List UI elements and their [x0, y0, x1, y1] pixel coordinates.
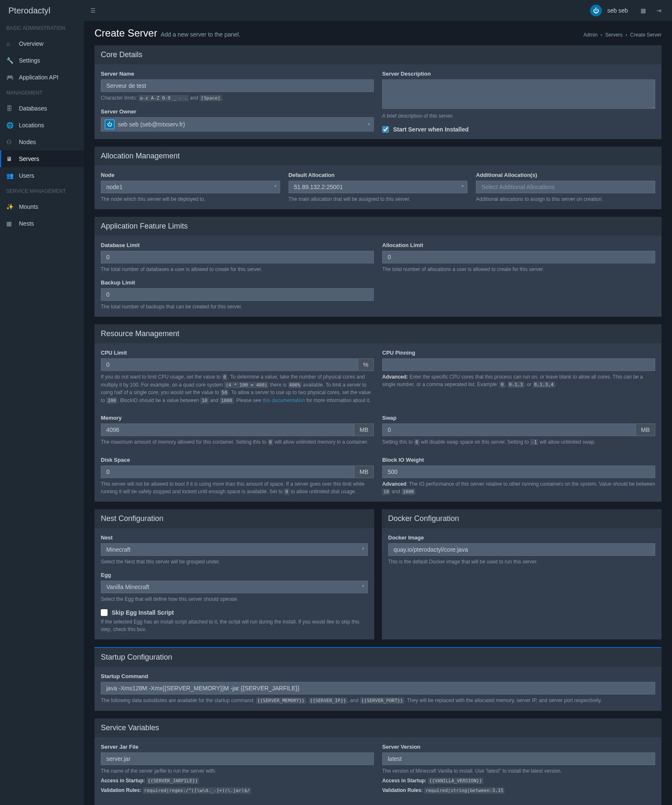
- server-name-input[interactable]: [101, 79, 374, 92]
- sidebar-label: Application API: [19, 74, 58, 81]
- node-help: The node which this server will be deplo…: [101, 195, 280, 203]
- db-limit-input[interactable]: [101, 251, 374, 263]
- feature-limits-box: Application Feature Limits Database Limi…: [94, 217, 662, 317]
- sidebar-item-nodes[interactable]: ⚇Nodes: [0, 134, 84, 150]
- resource-header: Resource Management: [94, 324, 662, 343]
- startup-header: Startup Configuration: [94, 648, 662, 667]
- sidebar-item-mounts[interactable]: ✨Mounts: [0, 198, 84, 215]
- start-when-installed-label: Start Server when Installed: [393, 126, 469, 133]
- breadcrumb-current: Create Server: [630, 32, 662, 38]
- disk-input[interactable]: [101, 466, 354, 478]
- egg-select[interactable]: Vanilla Minecraft: [101, 581, 368, 593]
- sidebar-label: Locations: [19, 122, 44, 129]
- alloc-limit-input[interactable]: [382, 251, 655, 263]
- sidebar-label: Databases: [19, 105, 47, 112]
- owner-display: seb seb (seb@mtxserv.fr): [118, 121, 185, 128]
- resource-box: Resource Management CPU Limit % If you d…: [94, 324, 662, 502]
- sidebar-item-nests[interactable]: ▦Nests: [0, 215, 84, 232]
- ver-help: The version of Minecraft Vanilla to inst…: [382, 767, 655, 775]
- swap-label: Swap: [382, 415, 655, 421]
- docker-header: Docker Configuration: [382, 509, 662, 528]
- nest-select[interactable]: Minecraft: [101, 543, 368, 556]
- cpu-pin-help: Advanced: Enter the specific CPU cores t…: [382, 373, 655, 389]
- server-desc-input[interactable]: [382, 79, 655, 109]
- service-vars-box: Service Variables Server Jar File The na…: [94, 718, 662, 805]
- server-desc-label: Server Description: [382, 71, 655, 77]
- cpu-pin-input[interactable]: [382, 358, 655, 371]
- default-alloc-select[interactable]: 51.89.132.2:25001: [289, 181, 468, 193]
- allocation-header: Allocation Management: [94, 147, 662, 166]
- backup-limit-help: The total number of backups that can be …: [101, 303, 374, 310]
- disk-unit: MB: [354, 466, 374, 478]
- memory-input[interactable]: [101, 424, 354, 436]
- nest-header: Nest Configuration: [94, 509, 374, 528]
- core-details-box: Core Details Server Name Character limit…: [94, 45, 662, 139]
- jar-input[interactable]: [101, 752, 374, 765]
- grid-icon[interactable]: ▦: [636, 7, 650, 14]
- memory-label: Memory: [101, 415, 374, 421]
- sidebar-item-databases[interactable]: 🗄Databases: [0, 100, 84, 117]
- jar-label: Server Jar File: [101, 744, 374, 750]
- sidebar-label: Mounts: [19, 203, 38, 210]
- start-when-installed-checkbox[interactable]: [382, 126, 389, 133]
- skip-install-help: If the selected Egg has an install scrip…: [101, 618, 368, 633]
- startup-cmd-label: Startup Command: [101, 673, 655, 679]
- allocation-box: Allocation Management Node node1 The nod…: [94, 147, 662, 209]
- disk-help: This server will not be allowed to boot …: [101, 480, 374, 496]
- swap-input[interactable]: [382, 424, 636, 436]
- sidebar-item-settings[interactable]: 🔧Settings: [0, 52, 84, 69]
- cpu-limit-label: CPU Limit: [101, 350, 374, 356]
- ver-input[interactable]: [382, 752, 655, 765]
- jar-rules: Validation Rules: required|regex:/^([\w\…: [101, 787, 374, 794]
- sidebar-item-api[interactable]: 🎮Application API: [0, 69, 84, 86]
- cpu-limit-input[interactable]: [101, 358, 358, 371]
- swap-unit: MB: [636, 424, 655, 436]
- startup-cmd-help: The following data substitutes are avail…: [101, 697, 655, 705]
- users-icon: 👥: [6, 172, 15, 179]
- node-select[interactable]: node1: [101, 181, 280, 193]
- sidebar-item-locations[interactable]: 🌐Locations: [0, 117, 84, 134]
- cpu-unit: %: [358, 358, 374, 371]
- docker-image-input[interactable]: [388, 543, 655, 556]
- sidebar: BASIC ADMINISTRATION ⌂Overview 🔧Settings…: [0, 21, 84, 805]
- database-icon: 🗄: [6, 105, 15, 112]
- additional-alloc-select[interactable]: [476, 181, 655, 193]
- server-icon: 🖥: [6, 155, 15, 162]
- owner-avatar-icon: ⏻: [105, 119, 115, 129]
- sidebar-toggle[interactable]: ☰: [84, 7, 102, 14]
- logout-icon[interactable]: ⇥: [652, 7, 666, 14]
- db-limit-label: Database Limit: [101, 242, 374, 248]
- sidebar-item-overview[interactable]: ⌂Overview: [0, 35, 84, 52]
- app-logo[interactable]: Pterodactyl: [6, 6, 84, 16]
- memory-unit: MB: [354, 424, 374, 436]
- globe-icon: 🌐: [6, 122, 15, 129]
- startup-cmd-input[interactable]: [101, 682, 655, 695]
- additional-alloc-label: Additional Allocation(s): [476, 172, 655, 178]
- blockio-input[interactable]: [382, 466, 655, 478]
- breadcrumb-servers[interactable]: Servers: [605, 32, 622, 38]
- blockio-help: Advanced: The IO performance of this ser…: [382, 480, 655, 496]
- breadcrumb-admin[interactable]: Admin: [583, 32, 598, 38]
- skip-install-checkbox[interactable]: [101, 609, 108, 616]
- server-name-label: Server Name: [101, 71, 374, 77]
- user-avatar-icon[interactable]: ⏻: [590, 5, 602, 16]
- ver-rules: Validation Rules: required|string|betwee…: [382, 787, 655, 794]
- swap-help: Setting this to 0 will disable swap spac…: [382, 438, 655, 446]
- sitemap-icon: ⚇: [6, 139, 15, 145]
- server-owner-select[interactable]: ⏻ seb seb (seb@mtxserv.fr): [101, 117, 374, 132]
- skip-install-label: Skip Egg Install Script: [112, 609, 174, 616]
- memory-help: The maximum amount of memory allowed for…: [101, 438, 374, 446]
- backup-limit-label: Backup Limit: [101, 279, 374, 286]
- sidebar-section-service: SERVICE MANAGEMENT: [0, 184, 84, 198]
- sidebar-item-servers[interactable]: 🖥Servers: [0, 150, 84, 167]
- server-owner-label: Server Owner: [101, 108, 374, 115]
- sidebar-item-users[interactable]: 👥Users: [0, 167, 84, 184]
- cpu-pin-label: CPU Pinning: [382, 350, 655, 356]
- disk-label: Disk Space: [101, 457, 374, 463]
- cpu-doc-link[interactable]: this documentation: [262, 397, 305, 403]
- default-alloc-label: Default Allocation: [289, 172, 468, 178]
- user-name[interactable]: seb seb: [607, 7, 628, 14]
- backup-limit-input[interactable]: [101, 288, 374, 301]
- additional-alloc-help: Additional allocations to assign to this…: [476, 195, 655, 203]
- gamepad-icon: 🎮: [6, 74, 15, 81]
